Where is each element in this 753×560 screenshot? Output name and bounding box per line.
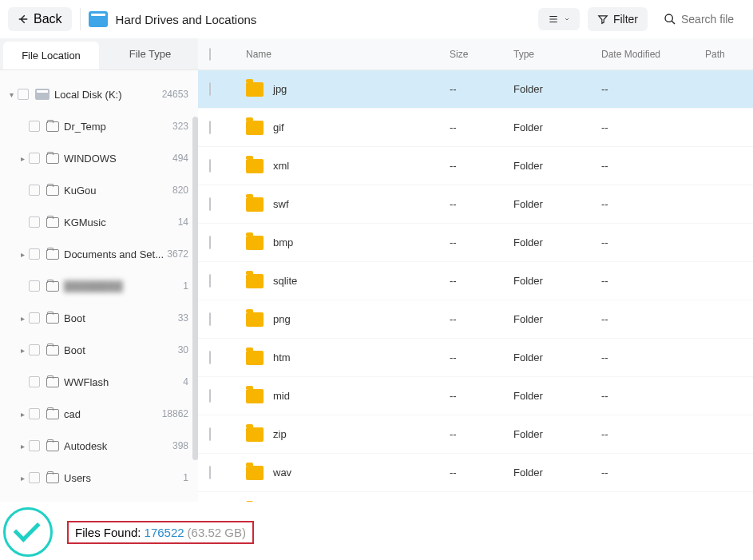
checkbox[interactable] <box>29 185 40 196</box>
row-checkbox[interactable] <box>209 466 211 479</box>
expand-icon[interactable]: ▸ <box>16 442 29 451</box>
tab-file-location[interactable]: File Location <box>3 42 99 70</box>
checkbox[interactable] <box>29 408 40 419</box>
col-size[interactable]: Size <box>450 49 513 60</box>
file-row[interactable]: mtc--Folder-- <box>198 492 753 502</box>
tree-item[interactable]: ▸Users1 <box>0 462 198 494</box>
folder-tree: ▾ Local Disk (K:) 24653 Dr_Temp323▸WINDO… <box>0 70 198 502</box>
folder-outline-icon <box>46 345 59 355</box>
file-row[interactable]: png--Folder-- <box>198 300 753 339</box>
row-size: -- <box>450 351 513 363</box>
folder-icon <box>246 427 264 442</box>
checkbox[interactable] <box>29 440 40 451</box>
tree-item[interactable]: KuGou820 <box>0 174 198 206</box>
tree-item[interactable]: ████████1 <box>0 270 198 302</box>
row-type: Folder <box>513 121 601 133</box>
row-name: bmp <box>273 236 293 248</box>
row-size: -- <box>450 390 513 402</box>
file-row[interactable]: wav--Folder-- <box>198 454 753 492</box>
tree-item[interactable]: ▸Boot30 <box>0 334 198 366</box>
file-row[interactable]: sqlite--Folder-- <box>198 262 753 300</box>
file-row[interactable]: bmp--Folder-- <box>198 224 753 262</box>
file-row[interactable]: mid--Folder-- <box>198 377 753 415</box>
filter-button[interactable]: Filter <box>588 7 648 31</box>
file-row[interactable]: htm--Folder-- <box>198 339 753 377</box>
search-box[interactable] <box>656 7 745 31</box>
tab-file-type[interactable]: File Type <box>102 38 198 70</box>
row-type: Folder <box>513 428 601 440</box>
file-row[interactable]: swf--Folder-- <box>198 185 753 224</box>
checkbox[interactable] <box>29 153 40 164</box>
expand-icon[interactable]: ▸ <box>16 250 29 259</box>
checkbox[interactable] <box>29 280 40 292</box>
tree-item[interactable]: Dr_Temp323 <box>0 110 198 142</box>
collapse-icon[interactable]: ▾ <box>5 90 18 99</box>
file-row[interactable]: xml--Folder-- <box>198 147 753 185</box>
col-type[interactable]: Type <box>513 49 601 60</box>
row-type: Folder <box>513 390 601 402</box>
row-checkbox[interactable] <box>209 274 211 288</box>
row-checkbox[interactable] <box>209 82 211 96</box>
content-pane: Name Size Type Date Modified Path jpg--F… <box>198 38 753 502</box>
checkbox[interactable] <box>29 472 40 483</box>
checkbox[interactable] <box>29 121 40 132</box>
tree-item[interactable]: ▸Boot33 <box>0 302 198 334</box>
row-name: zip <box>273 428 287 440</box>
tree-item[interactable]: KGMusic14 <box>0 206 198 238</box>
col-name[interactable]: Name <box>233 49 450 60</box>
folder-outline-icon <box>46 217 59 228</box>
back-label: Back <box>34 12 62 26</box>
back-button[interactable]: Back <box>8 7 72 31</box>
row-name: swf <box>273 198 289 210</box>
row-name: jpg <box>273 83 287 95</box>
row-checkbox[interactable] <box>209 197 211 211</box>
checkbox[interactable] <box>29 216 40 228</box>
expand-icon[interactable]: ▸ <box>16 474 29 483</box>
row-checkbox[interactable] <box>209 159 211 173</box>
tree-root[interactable]: ▾ Local Disk (K:) 24653 <box>0 78 198 110</box>
expand-icon[interactable]: ▸ <box>16 410 29 419</box>
file-row[interactable]: gif--Folder-- <box>198 109 753 147</box>
found-size: (63.52 GB) <box>188 526 246 539</box>
row-size: -- <box>450 236 513 248</box>
tree-item[interactable]: ▸Autodesk398 <box>0 430 198 462</box>
checkbox[interactable] <box>29 312 40 324</box>
row-name: htm <box>273 351 291 363</box>
file-row[interactable]: zip--Folder-- <box>198 415 753 454</box>
view-mode-button[interactable] <box>538 8 580 30</box>
row-checkbox[interactable] <box>209 351 211 364</box>
file-row[interactable]: jpg--Folder-- <box>198 70 753 109</box>
tree-label: Boot <box>64 344 178 356</box>
folder-icon <box>246 466 264 480</box>
scrollbar[interactable] <box>192 117 198 460</box>
tree-item[interactable]: ▸Documents and Set...3672 <box>0 238 198 270</box>
row-date: -- <box>601 83 705 95</box>
expand-icon[interactable]: ▸ <box>16 314 29 323</box>
checkbox[interactable] <box>29 376 40 387</box>
row-date: -- <box>601 390 705 402</box>
topbar: Back Hard Drives and Locations Filter <box>0 0 753 38</box>
row-date: -- <box>601 313 705 325</box>
row-checkbox[interactable] <box>209 312 211 326</box>
row-checkbox[interactable] <box>209 389 211 403</box>
checkbox[interactable] <box>29 248 40 260</box>
tree-item[interactable]: ▸WINDOWS494 <box>0 142 198 174</box>
folder-icon <box>246 197 264 212</box>
select-all-checkbox[interactable] <box>209 48 211 61</box>
expand-icon[interactable]: ▸ <box>16 154 29 163</box>
checkbox[interactable] <box>29 344 40 355</box>
tree-item[interactable]: WWFlash4 <box>0 366 198 398</box>
expand-icon[interactable]: ▸ <box>16 346 29 355</box>
col-path[interactable]: Path <box>705 49 753 60</box>
row-name: png <box>273 313 291 325</box>
row-type: Folder <box>513 83 601 95</box>
tree-item[interactable]: ▸cad18862 <box>0 398 198 430</box>
col-date[interactable]: Date Modified <box>601 49 705 60</box>
search-input[interactable] <box>681 13 737 26</box>
row-checkbox[interactable] <box>209 236 211 249</box>
checkbox[interactable] <box>18 89 29 100</box>
folder-icon <box>246 312 264 327</box>
row-checkbox[interactable] <box>209 121 211 134</box>
folder-outline-icon <box>46 281 59 292</box>
row-checkbox[interactable] <box>209 427 211 441</box>
